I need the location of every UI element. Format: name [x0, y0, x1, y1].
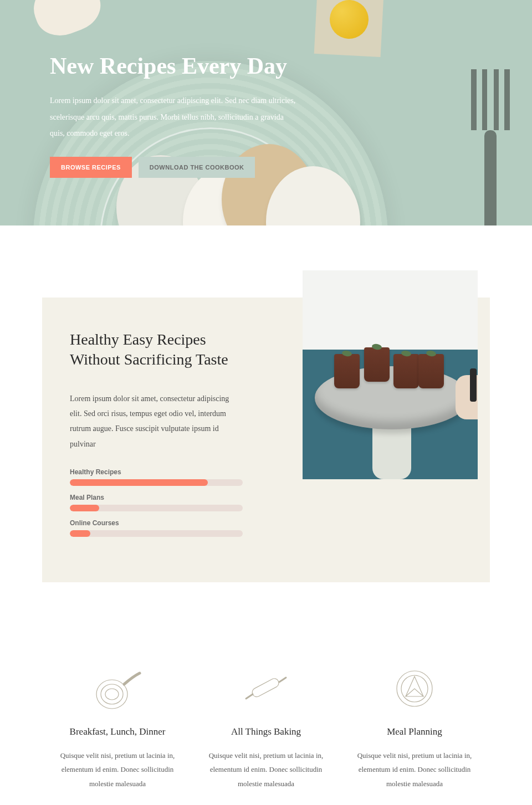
progress-bars: Healthy Recipes Meal Plans Online Course… — [70, 468, 243, 537]
hero-section: New Recipes Every Day Lorem ipsum dolor … — [0, 0, 532, 225]
bar-label: Healthy Recipes — [70, 468, 243, 476]
bar-track — [70, 479, 243, 486]
fork-decor — [471, 69, 510, 225]
feature-title: Meal Planning — [349, 726, 480, 737]
side-photo — [303, 270, 478, 479]
bar-label: Online Courses — [70, 519, 243, 527]
pan-icon — [52, 665, 183, 712]
svg-point-2 — [105, 689, 119, 700]
feature-title: Breakfast, Lunch, Dinner — [52, 726, 183, 737]
svg-line-5 — [279, 678, 286, 682]
yolk-card-decor — [314, 0, 385, 57]
svg-rect-3 — [250, 677, 280, 699]
bar-fill — [70, 479, 208, 486]
bar-fill — [70, 530, 90, 537]
browse-recipes-button[interactable]: BROWSE RECIPES — [50, 157, 132, 178]
features-section: Breakfast, Lunch, Dinner Quisque velit n… — [0, 582, 532, 805]
rolling-pin-icon — [201, 665, 331, 712]
feature-desc: Quisque velit nisi, pretium ut lacinia i… — [349, 748, 480, 791]
bar-track — [70, 505, 243, 511]
healthy-recipes-panel: Healthy Easy Recipes Without Sacrificing… — [42, 298, 490, 582]
hero-title: New Recipes Every Day — [50, 53, 296, 79]
bar-healthy-recipes: Healthy Recipes — [70, 468, 243, 486]
healthy-recipes-section: Healthy Easy Recipes Without Sacrificing… — [0, 225, 532, 582]
feature-baking: All Things Baking Quisque velit nisi, pr… — [201, 665, 331, 791]
panel-body: Lorem ipsum dolor sit amet, consectetur … — [70, 391, 243, 452]
feature-desc: Quisque velit nisi, pretium ut lacinia i… — [201, 748, 331, 791]
bar-label: Meal Plans — [70, 494, 243, 501]
hero-description: Lorem ipsum dolor sit amet, consectetur … — [50, 93, 296, 141]
bar-fill — [70, 505, 99, 511]
feature-desc: Quisque velit nisi, pretium ut lacinia i… — [52, 748, 183, 791]
bar-track — [70, 530, 243, 537]
svg-line-4 — [246, 694, 253, 699]
feature-breakfast: Breakfast, Lunch, Dinner Quisque velit n… — [52, 665, 183, 791]
bar-online-courses: Online Courses — [70, 519, 243, 537]
panel-heading: Healthy Easy Recipes Without Sacrificing… — [70, 330, 243, 370]
bar-meal-plans: Meal Plans — [70, 494, 243, 511]
feature-meal-planning: Meal Planning Quisque velit nisi, pretiu… — [349, 665, 480, 791]
feature-title: All Things Baking — [201, 726, 331, 737]
svg-point-1 — [101, 684, 123, 704]
plate-napkin-icon — [349, 665, 480, 712]
download-cookbook-button[interactable]: DOWNLOAD THE COOKBOOK — [139, 157, 255, 178]
